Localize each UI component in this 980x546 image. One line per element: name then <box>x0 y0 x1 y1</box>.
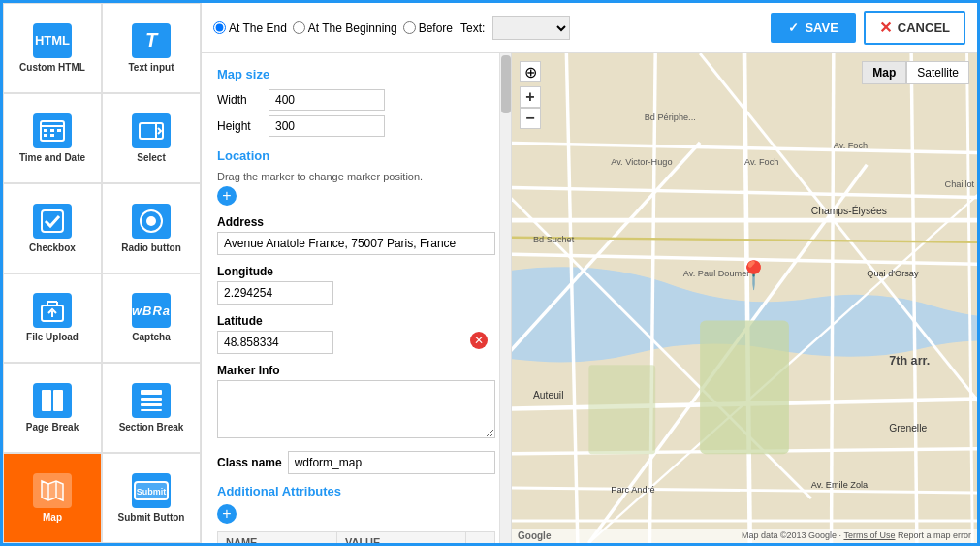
attributes-table: NAME VALUE <box>217 531 495 543</box>
text-label: Text: <box>460 21 485 35</box>
svg-rect-20 <box>141 398 162 401</box>
captcha-icon: wBRa <box>132 293 171 328</box>
svg-rect-49 <box>588 365 655 454</box>
sidebar-item-submit-button[interactable]: Submit Submit Button <box>102 453 201 543</box>
location-title: Location <box>217 148 495 163</box>
radio-at-beginning[interactable]: At The Beginning <box>293 21 397 35</box>
sidebar-item-radio-button[interactable]: Radio button <box>102 183 201 273</box>
map-navigation-icon[interactable]: ⊕ <box>520 61 541 82</box>
cancel-x-icon: ✕ <box>879 18 892 37</box>
time-date-icon <box>33 113 72 148</box>
longitude-section: Longitude <box>217 265 495 306</box>
sidebar-label-file-upload: File Upload <box>26 332 79 342</box>
submit-button-icon: Submit <box>132 473 171 508</box>
radio-at-beginning-label: At The Beginning <box>308 21 397 35</box>
latitude-section: Latitude ✕ <box>217 314 495 356</box>
radio-at-beginning-input[interactable] <box>293 21 305 34</box>
map-panel: Champs-Élysées Quai d'Orsay 7th arr. Aut… <box>512 53 977 543</box>
cancel-label: CANCEL <box>898 20 950 35</box>
map-zoom-controls: ⊕ + − <box>520 61 541 129</box>
add-location-button[interactable]: + <box>217 186 237 206</box>
map-size-title: Map size <box>217 67 495 81</box>
sidebar-label-radio-button: Radio button <box>121 242 181 253</box>
svg-text:Bd Suchet: Bd Suchet <box>533 235 575 244</box>
svg-rect-18 <box>53 390 63 411</box>
svg-rect-17 <box>42 390 51 411</box>
map-container[interactable]: Champs-Élysées Quai d'Orsay 7th arr. Aut… <box>512 53 977 543</box>
svg-text:Bd Périphe...: Bd Périphe... <box>645 112 696 122</box>
cancel-button[interactable]: ✕ CANCEL <box>864 11 965 45</box>
sidebar-label-map: Map <box>43 512 62 523</box>
sidebar-item-captcha[interactable]: wBRa Captcha <box>102 273 201 364</box>
svg-rect-3 <box>50 129 54 132</box>
map-marker: 📍 <box>737 259 771 291</box>
sidebar-item-section-break[interactable]: Section Break <box>102 363 201 453</box>
width-label: Width <box>217 93 261 107</box>
latitude-input[interactable] <box>217 331 333 354</box>
height-label: Height <box>217 119 261 133</box>
radio-at-end[interactable]: At The End <box>213 21 287 35</box>
marker-info-textarea[interactable] <box>217 380 495 438</box>
map-icon <box>33 473 72 508</box>
radio-at-end-input[interactable] <box>213 21 226 34</box>
svg-text:Parc André: Parc André <box>611 485 654 495</box>
html-icon: HTML <box>33 23 72 58</box>
svg-marker-23 <box>42 481 63 500</box>
sidebar-label-submit-button: Submit Button <box>118 512 185 523</box>
svg-rect-9 <box>42 210 63 232</box>
svg-rect-21 <box>141 403 162 406</box>
svg-point-11 <box>146 216 156 226</box>
text-input-icon: T <box>132 23 171 58</box>
sidebar-label-section-break: Section Break <box>119 422 184 433</box>
remove-location-button[interactable]: ✕ <box>470 332 488 349</box>
latitude-label: Latitude <box>217 314 495 328</box>
longitude-input[interactable] <box>217 281 333 305</box>
save-checkmark-icon: ✓ <box>788 20 799 35</box>
zoom-out-button[interactable]: − <box>520 108 541 129</box>
terms-link[interactable]: Terms of Use <box>843 530 895 540</box>
attr-action-header <box>466 532 495 544</box>
svg-text:Auteuil: Auteuil <box>533 390 564 401</box>
sidebar-item-page-break[interactable]: Page Break <box>3 363 102 453</box>
scrollbar-thumb[interactable] <box>501 55 511 113</box>
save-label: SAVE <box>805 20 838 35</box>
scrollbar[interactable] <box>499 53 511 543</box>
map-footer: Google Map data ©2013 Google · Terms of … <box>512 529 977 543</box>
attr-value-header: VALUE <box>336 532 465 544</box>
sidebar-item-checkbox[interactable]: Checkbox <box>3 183 102 273</box>
height-row: Height <box>217 115 495 137</box>
address-input[interactable] <box>217 232 495 255</box>
save-button[interactable]: ✓ SAVE <box>771 13 855 43</box>
radio-at-end-label: At The End <box>229 21 287 35</box>
radio-before-input[interactable] <box>403 21 416 34</box>
top-bar-actions: ✓ SAVE ✕ CANCEL <box>771 11 965 45</box>
zoom-in-button[interactable]: + <box>520 86 541 108</box>
sidebar-label-select: Select <box>137 152 165 163</box>
sidebar: HTML Custom HTML T Text input <box>3 3 202 543</box>
height-input[interactable] <box>269 115 385 137</box>
svg-rect-5 <box>44 134 47 137</box>
sidebar-item-map[interactable]: Map <box>3 453 102 543</box>
marker-info-label: Marker Info <box>217 364 495 377</box>
svg-text:Chaillot: Chaillot <box>945 179 975 189</box>
radio-before[interactable]: Before <box>403 21 453 35</box>
svg-text:Quai d'Orsay: Quai d'Orsay <box>867 269 919 278</box>
classname-input[interactable] <box>288 451 495 474</box>
file-upload-icon <box>33 293 72 328</box>
position-radio-group: At The End At The Beginning Before <box>213 21 453 35</box>
sidebar-item-file-upload[interactable]: File Upload <box>3 273 102 364</box>
sidebar-item-text-input[interactable]: T Text input <box>102 3 201 93</box>
sidebar-item-time-date[interactable]: Time and Date <box>3 93 102 183</box>
classname-row: Class name <box>217 451 495 474</box>
radio-before-label: Before <box>419 21 453 35</box>
svg-text:Av. Victor-Hugo: Av. Victor-Hugo <box>611 157 672 167</box>
sidebar-label-custom-html: Custom HTML <box>19 62 85 73</box>
sidebar-item-select[interactable]: Select <box>102 93 201 183</box>
width-input[interactable] <box>269 89 385 111</box>
add-attribute-button[interactable]: + <box>217 504 237 524</box>
map-type-satellite-button[interactable]: Satellite <box>906 61 969 84</box>
sidebar-item-custom-html[interactable]: HTML Custom HTML <box>3 3 102 93</box>
text-select[interactable] <box>492 16 570 40</box>
map-type-map-button[interactable]: Map <box>862 61 906 84</box>
svg-text:Av. Emile Zola: Av. Emile Zola <box>811 480 869 490</box>
